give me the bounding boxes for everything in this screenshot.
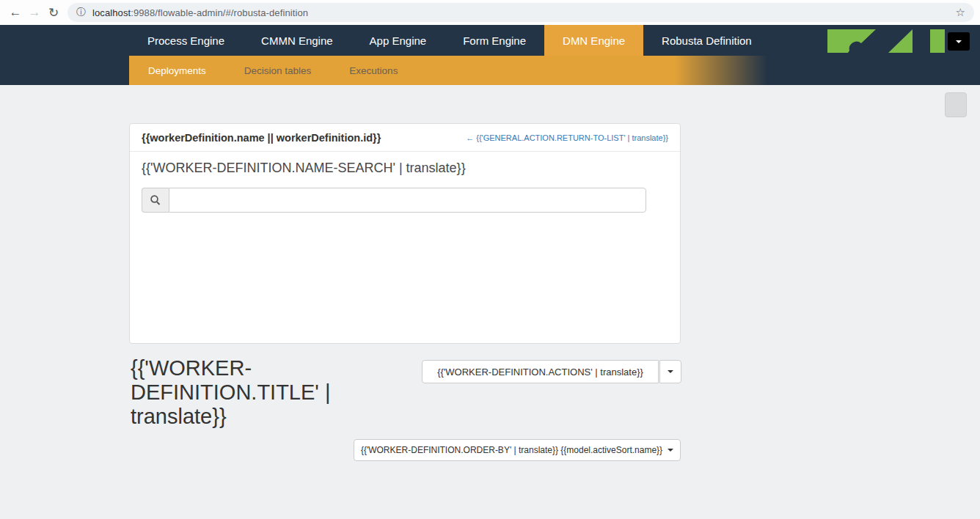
worker-definition-title: {{'WORKER-DEFINITION.TITLE' | translate}… — [131, 356, 351, 429]
account-dropdown-button[interactable] — [948, 32, 970, 51]
actions-dropdown-group: {{'WORKER-DEFINITION.ACTIONS' | translat… — [422, 360, 681, 383]
forward-icon[interactable]: → — [25, 5, 44, 20]
tab-robusta-definition[interactable]: Robusta Definition — [643, 25, 770, 56]
panel-header: {{workerDefinition.name || workerDefinit… — [130, 124, 680, 152]
tab-form-engine[interactable]: Form Engine — [445, 25, 544, 56]
top-navbar: Process Engine CMMN Engine App Engine Fo… — [0, 25, 980, 85]
logo-shape-triangle — [888, 29, 913, 53]
address-bar[interactable]: ⓘ localhost:9988/flowable-admin/#/robust… — [67, 3, 974, 22]
reload-icon[interactable]: ↻ — [44, 5, 63, 21]
name-search-label: {{'WORKER-DEFINITION.NAME-SEARCH' | tran… — [142, 161, 668, 176]
sub-navbar: Deployments Decision tables Executions — [129, 56, 980, 85]
engine-tabs: Process Engine CMMN Engine App Engine Fo… — [129, 25, 770, 56]
actions-caret-button[interactable] — [659, 360, 681, 383]
search-addon — [142, 188, 169, 213]
definition-search-input[interactable] — [169, 188, 646, 213]
order-by-label: {{'WORKER-DEFINITION.ORDER-BY' | transla… — [361, 445, 662, 455]
subnav-deployments[interactable]: Deployments — [129, 56, 225, 85]
logo-shape-bar — [930, 29, 945, 53]
actions-button[interactable]: {{'WORKER-DEFINITION.ACTIONS' | translat… — [422, 360, 659, 383]
url-text[interactable]: localhost:9988/flowable-admin/#/robusta-… — [92, 7, 308, 18]
chevron-down-icon — [668, 449, 673, 452]
subnav-executions[interactable]: Executions — [330, 56, 417, 85]
order-by-dropdown[interactable]: {{'WORKER-DEFINITION.ORDER-BY' | transla… — [354, 439, 681, 461]
back-icon[interactable]: ← — [6, 5, 25, 20]
url-host: localhost — [92, 7, 131, 18]
panel-body: {{'WORKER-DEFINITION.NAME-SEARCH' | tran… — [130, 152, 680, 219]
chevron-down-icon — [668, 370, 673, 373]
site-info-icon[interactable]: ⓘ — [76, 6, 86, 19]
bookmark-star-icon[interactable]: ☆ — [956, 6, 965, 19]
tab-dmn-engine[interactable]: DMN Engine — [544, 25, 643, 56]
worker-definition-panel: {{workerDefinition.name || workerDefinit… — [129, 123, 681, 344]
browser-toolbar: ← → ↻ ⓘ localhost:9988/flowable-admin/#/… — [0, 0, 980, 25]
page-corner-button[interactable] — [945, 92, 967, 117]
url-path: :9988/flowable-admin/#/robusta-definitio… — [131, 7, 308, 18]
subnav-decision-tables[interactable]: Decision tables — [225, 56, 331, 85]
chevron-down-icon — [956, 40, 962, 43]
return-to-list-link[interactable]: ← {{'GENERAL.ACTION.RETURN-TO-LIST' | tr… — [466, 133, 668, 142]
tab-cmmn-engine[interactable]: CMMN Engine — [243, 25, 351, 56]
search-icon — [150, 194, 161, 206]
search-input-group — [142, 188, 646, 213]
logo-shape-bubble — [827, 29, 877, 53]
tab-app-engine[interactable]: App Engine — [351, 25, 445, 56]
panel-title: {{workerDefinition.name || workerDefinit… — [142, 132, 381, 144]
tab-process-engine[interactable]: Process Engine — [129, 25, 243, 56]
